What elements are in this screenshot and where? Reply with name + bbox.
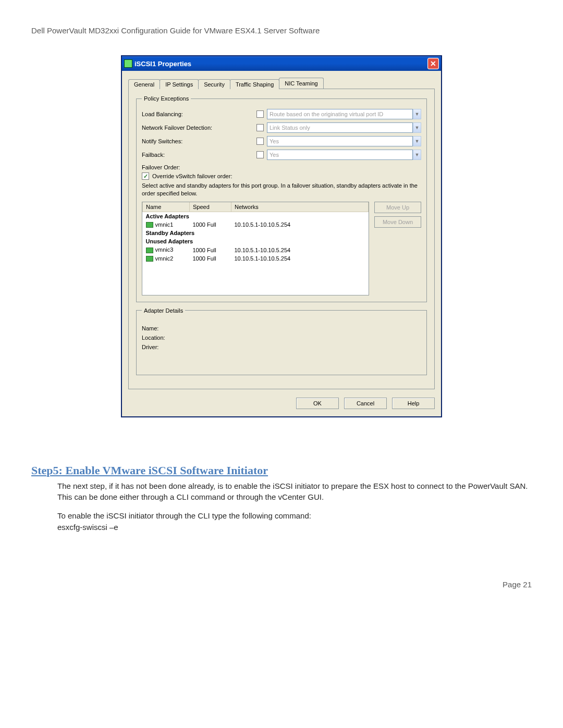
failover-detection-label: Network Failover Detection: [142, 125, 256, 131]
policy-legend: Policy Exceptions [142, 95, 191, 102]
body-paragraph-1: The next step, if it has not been done a… [31, 480, 532, 503]
failover-detection-checkbox[interactable] [256, 124, 264, 131]
tab-nic-teaming[interactable]: NIC Teaming [279, 78, 323, 89]
notify-switches-label: Notify Switches: [142, 138, 256, 144]
group-active: Active Adapters [143, 212, 369, 220]
failover-detection-select[interactable]: Link Status only [267, 122, 413, 133]
failback-checkbox[interactable] [256, 151, 264, 158]
group-unused: Unused Adapters [143, 237, 369, 245]
failback-select[interactable]: Yes [267, 150, 413, 160]
load-balancing-label: Load Balancing: [142, 111, 256, 117]
tab-general[interactable]: General [128, 79, 160, 89]
page-number: Page 21 [31, 580, 532, 589]
move-up-button[interactable]: Move Up [374, 202, 421, 213]
detail-name-label: Name: [142, 325, 178, 331]
table-row[interactable]: vmnic1 1000 Full 10.10.5.1-10.10.5.254 [143, 220, 369, 229]
table-row[interactable]: vmnic2 1000 Full 10.10.5.1-10.10.5.254 [143, 254, 369, 263]
chevron-down-icon[interactable]: ▼ [413, 150, 421, 160]
group-standby: Standby Adapters [143, 229, 369, 237]
cancel-button[interactable]: Cancel [344, 398, 387, 409]
window-title: iSCSI1 Properties [134, 60, 427, 68]
body-paragraph-2: To enable the iSCSI initiator through th… [31, 510, 532, 533]
override-checkbox[interactable]: ✓ [142, 172, 149, 180]
notify-switches-select[interactable]: Yes [267, 136, 413, 146]
nic-icon [146, 248, 153, 253]
document-header: Dell PowerVault MD32xxi Configuration Gu… [31, 26, 532, 35]
ok-button[interactable]: OK [296, 398, 339, 409]
nic-icon [146, 256, 153, 262]
chevron-down-icon[interactable]: ▼ [413, 109, 421, 119]
move-down-button[interactable]: Move Down [374, 216, 421, 228]
tab-ip-settings[interactable]: IP Settings [160, 79, 199, 89]
adapter-details-group: Adapter Details Name: Location: Driver: [136, 307, 427, 375]
failback-label: Failback: [142, 152, 256, 158]
override-label: Override vSwitch failover order: [152, 173, 232, 179]
properties-dialog: iSCSI1 Properties ✕ General IP Settings … [121, 56, 442, 417]
detail-location-label: Location: [142, 335, 178, 341]
load-balancing-checkbox[interactable] [256, 110, 264, 118]
failover-description: Select active and standby adapters for t… [142, 182, 421, 198]
col-networks[interactable]: Networks [231, 202, 369, 212]
notify-switches-checkbox[interactable] [256, 138, 264, 145]
adapter-table[interactable]: Name Speed Networks Active Adapters [142, 202, 369, 295]
step-heading: Step5: Enable VMware iSCSI Software Init… [31, 464, 532, 477]
tab-security[interactable]: Security [198, 79, 230, 89]
failover-order-label: Failover Order: [142, 164, 421, 170]
command-text: esxcfg-swiscsi –e [57, 523, 118, 532]
col-speed[interactable]: Speed [190, 202, 231, 212]
tab-traffic-shaping[interactable]: Traffic Shaping [230, 79, 279, 89]
adapter-details-legend: Adapter Details [142, 307, 185, 314]
window-icon [124, 59, 132, 68]
tab-bar: General IP Settings Security Traffic Sha… [128, 76, 435, 89]
titlebar: iSCSI1 Properties ✕ [122, 56, 441, 71]
policy-exceptions-group: Policy Exceptions Load Balancing: Route … [136, 95, 427, 302]
help-button[interactable]: Help [392, 398, 435, 409]
table-row[interactable]: vmnic3 1000 Full 10.10.5.1-10.10.5.254 [143, 245, 369, 254]
chevron-down-icon[interactable]: ▼ [413, 122, 421, 133]
tab-panel: Policy Exceptions Load Balancing: Route … [128, 89, 435, 389]
load-balancing-select[interactable]: Route based on the originating virtual p… [267, 109, 413, 119]
chevron-down-icon[interactable]: ▼ [413, 136, 421, 146]
close-icon[interactable]: ✕ [427, 58, 439, 69]
col-name[interactable]: Name [143, 202, 190, 212]
detail-driver-label: Driver: [142, 344, 178, 350]
nic-icon [146, 222, 153, 228]
